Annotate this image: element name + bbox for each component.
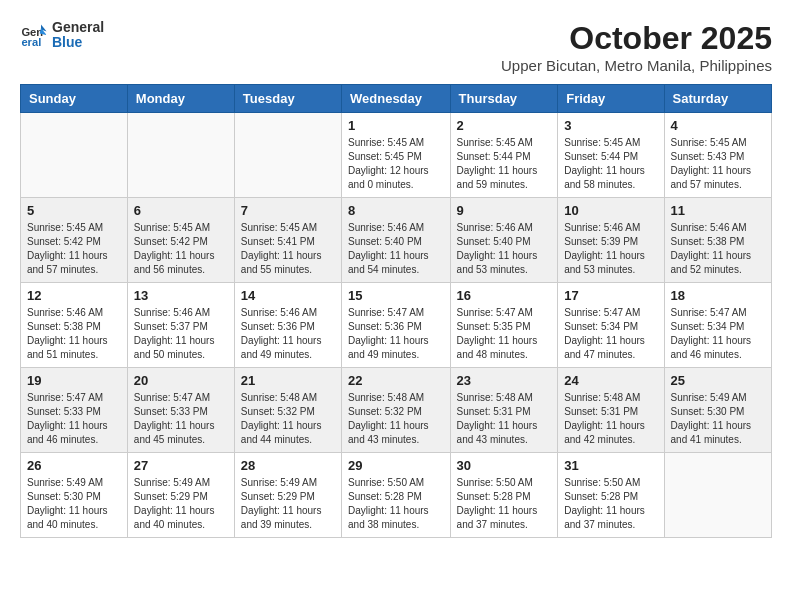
weekday-header: Monday — [127, 85, 234, 113]
calendar-cell: 16Sunrise: 5:47 AM Sunset: 5:35 PM Dayli… — [450, 283, 558, 368]
day-info: Sunrise: 5:46 AM Sunset: 5:38 PM Dayligh… — [671, 221, 765, 277]
title-section: October 2025 Upper Bicutan, Metro Manila… — [501, 20, 772, 74]
day-number: 26 — [27, 458, 121, 473]
day-number: 7 — [241, 203, 335, 218]
calendar-cell: 31Sunrise: 5:50 AM Sunset: 5:28 PM Dayli… — [558, 453, 664, 538]
calendar-cell: 8Sunrise: 5:46 AM Sunset: 5:40 PM Daylig… — [342, 198, 451, 283]
day-info: Sunrise: 5:46 AM Sunset: 5:36 PM Dayligh… — [241, 306, 335, 362]
day-number: 29 — [348, 458, 444, 473]
day-info: Sunrise: 5:45 AM Sunset: 5:45 PM Dayligh… — [348, 136, 444, 192]
day-number: 18 — [671, 288, 765, 303]
day-info: Sunrise: 5:47 AM Sunset: 5:34 PM Dayligh… — [671, 306, 765, 362]
weekday-header: Wednesday — [342, 85, 451, 113]
day-info: Sunrise: 5:49 AM Sunset: 5:29 PM Dayligh… — [134, 476, 228, 532]
calendar-cell: 12Sunrise: 5:46 AM Sunset: 5:38 PM Dayli… — [21, 283, 128, 368]
calendar-cell — [234, 113, 341, 198]
calendar-cell: 6Sunrise: 5:45 AM Sunset: 5:42 PM Daylig… — [127, 198, 234, 283]
day-number: 14 — [241, 288, 335, 303]
day-info: Sunrise: 5:49 AM Sunset: 5:29 PM Dayligh… — [241, 476, 335, 532]
logo-line1: General — [52, 20, 104, 35]
day-number: 1 — [348, 118, 444, 133]
day-info: Sunrise: 5:49 AM Sunset: 5:30 PM Dayligh… — [27, 476, 121, 532]
calendar-cell: 26Sunrise: 5:49 AM Sunset: 5:30 PM Dayli… — [21, 453, 128, 538]
day-number: 10 — [564, 203, 657, 218]
calendar-cell: 4Sunrise: 5:45 AM Sunset: 5:43 PM Daylig… — [664, 113, 771, 198]
weekday-header-row: SundayMondayTuesdayWednesdayThursdayFrid… — [21, 85, 772, 113]
calendar-cell: 18Sunrise: 5:47 AM Sunset: 5:34 PM Dayli… — [664, 283, 771, 368]
day-number: 22 — [348, 373, 444, 388]
svg-text:eral: eral — [21, 37, 41, 49]
calendar-cell: 2Sunrise: 5:45 AM Sunset: 5:44 PM Daylig… — [450, 113, 558, 198]
calendar-cell: 15Sunrise: 5:47 AM Sunset: 5:36 PM Dayli… — [342, 283, 451, 368]
calendar-cell: 27Sunrise: 5:49 AM Sunset: 5:29 PM Dayli… — [127, 453, 234, 538]
day-info: Sunrise: 5:45 AM Sunset: 5:42 PM Dayligh… — [27, 221, 121, 277]
day-info: Sunrise: 5:48 AM Sunset: 5:31 PM Dayligh… — [564, 391, 657, 447]
day-info: Sunrise: 5:50 AM Sunset: 5:28 PM Dayligh… — [564, 476, 657, 532]
calendar-cell — [21, 113, 128, 198]
day-number: 8 — [348, 203, 444, 218]
calendar-cell: 3Sunrise: 5:45 AM Sunset: 5:44 PM Daylig… — [558, 113, 664, 198]
calendar-cell: 24Sunrise: 5:48 AM Sunset: 5:31 PM Dayli… — [558, 368, 664, 453]
calendar-cell: 17Sunrise: 5:47 AM Sunset: 5:34 PM Dayli… — [558, 283, 664, 368]
month-title: October 2025 — [501, 20, 772, 57]
day-info: Sunrise: 5:47 AM Sunset: 5:33 PM Dayligh… — [27, 391, 121, 447]
calendar-cell: 7Sunrise: 5:45 AM Sunset: 5:41 PM Daylig… — [234, 198, 341, 283]
day-number: 19 — [27, 373, 121, 388]
logo-icon: Gen eral — [20, 21, 48, 49]
logo-line2: Blue — [52, 35, 104, 50]
weekday-header: Tuesday — [234, 85, 341, 113]
day-info: Sunrise: 5:45 AM Sunset: 5:43 PM Dayligh… — [671, 136, 765, 192]
day-info: Sunrise: 5:46 AM Sunset: 5:40 PM Dayligh… — [457, 221, 552, 277]
day-info: Sunrise: 5:47 AM Sunset: 5:34 PM Dayligh… — [564, 306, 657, 362]
day-number: 12 — [27, 288, 121, 303]
calendar-cell: 29Sunrise: 5:50 AM Sunset: 5:28 PM Dayli… — [342, 453, 451, 538]
day-info: Sunrise: 5:46 AM Sunset: 5:40 PM Dayligh… — [348, 221, 444, 277]
day-number: 3 — [564, 118, 657, 133]
calendar-week-row: 5Sunrise: 5:45 AM Sunset: 5:42 PM Daylig… — [21, 198, 772, 283]
calendar-cell: 23Sunrise: 5:48 AM Sunset: 5:31 PM Dayli… — [450, 368, 558, 453]
location-title: Upper Bicutan, Metro Manila, Philippines — [501, 57, 772, 74]
day-info: Sunrise: 5:48 AM Sunset: 5:31 PM Dayligh… — [457, 391, 552, 447]
day-number: 27 — [134, 458, 228, 473]
day-number: 28 — [241, 458, 335, 473]
logo: Gen eral General Blue — [20, 20, 104, 51]
weekday-header: Thursday — [450, 85, 558, 113]
day-number: 6 — [134, 203, 228, 218]
weekday-header: Friday — [558, 85, 664, 113]
day-number: 24 — [564, 373, 657, 388]
weekday-header: Saturday — [664, 85, 771, 113]
calendar-cell: 5Sunrise: 5:45 AM Sunset: 5:42 PM Daylig… — [21, 198, 128, 283]
day-number: 20 — [134, 373, 228, 388]
day-number: 17 — [564, 288, 657, 303]
calendar-cell: 14Sunrise: 5:46 AM Sunset: 5:36 PM Dayli… — [234, 283, 341, 368]
day-info: Sunrise: 5:45 AM Sunset: 5:44 PM Dayligh… — [457, 136, 552, 192]
calendar-week-row: 1Sunrise: 5:45 AM Sunset: 5:45 PM Daylig… — [21, 113, 772, 198]
day-number: 23 — [457, 373, 552, 388]
day-number: 2 — [457, 118, 552, 133]
logo-text: General Blue — [52, 20, 104, 51]
day-number: 25 — [671, 373, 765, 388]
calendar-cell: 30Sunrise: 5:50 AM Sunset: 5:28 PM Dayli… — [450, 453, 558, 538]
day-number: 9 — [457, 203, 552, 218]
calendar-cell — [127, 113, 234, 198]
calendar-week-row: 19Sunrise: 5:47 AM Sunset: 5:33 PM Dayli… — [21, 368, 772, 453]
day-info: Sunrise: 5:50 AM Sunset: 5:28 PM Dayligh… — [457, 476, 552, 532]
calendar-cell: 20Sunrise: 5:47 AM Sunset: 5:33 PM Dayli… — [127, 368, 234, 453]
calendar-cell: 22Sunrise: 5:48 AM Sunset: 5:32 PM Dayli… — [342, 368, 451, 453]
calendar-cell: 19Sunrise: 5:47 AM Sunset: 5:33 PM Dayli… — [21, 368, 128, 453]
day-info: Sunrise: 5:45 AM Sunset: 5:44 PM Dayligh… — [564, 136, 657, 192]
day-number: 16 — [457, 288, 552, 303]
calendar-week-row: 26Sunrise: 5:49 AM Sunset: 5:30 PM Dayli… — [21, 453, 772, 538]
calendar-cell: 28Sunrise: 5:49 AM Sunset: 5:29 PM Dayli… — [234, 453, 341, 538]
day-info: Sunrise: 5:48 AM Sunset: 5:32 PM Dayligh… — [241, 391, 335, 447]
calendar-cell: 10Sunrise: 5:46 AM Sunset: 5:39 PM Dayli… — [558, 198, 664, 283]
day-info: Sunrise: 5:45 AM Sunset: 5:42 PM Dayligh… — [134, 221, 228, 277]
calendar-cell: 21Sunrise: 5:48 AM Sunset: 5:32 PM Dayli… — [234, 368, 341, 453]
weekday-header: Sunday — [21, 85, 128, 113]
calendar-cell: 1Sunrise: 5:45 AM Sunset: 5:45 PM Daylig… — [342, 113, 451, 198]
calendar-cell: 9Sunrise: 5:46 AM Sunset: 5:40 PM Daylig… — [450, 198, 558, 283]
day-number: 21 — [241, 373, 335, 388]
calendar-week-row: 12Sunrise: 5:46 AM Sunset: 5:38 PM Dayli… — [21, 283, 772, 368]
day-info: Sunrise: 5:46 AM Sunset: 5:37 PM Dayligh… — [134, 306, 228, 362]
day-number: 31 — [564, 458, 657, 473]
